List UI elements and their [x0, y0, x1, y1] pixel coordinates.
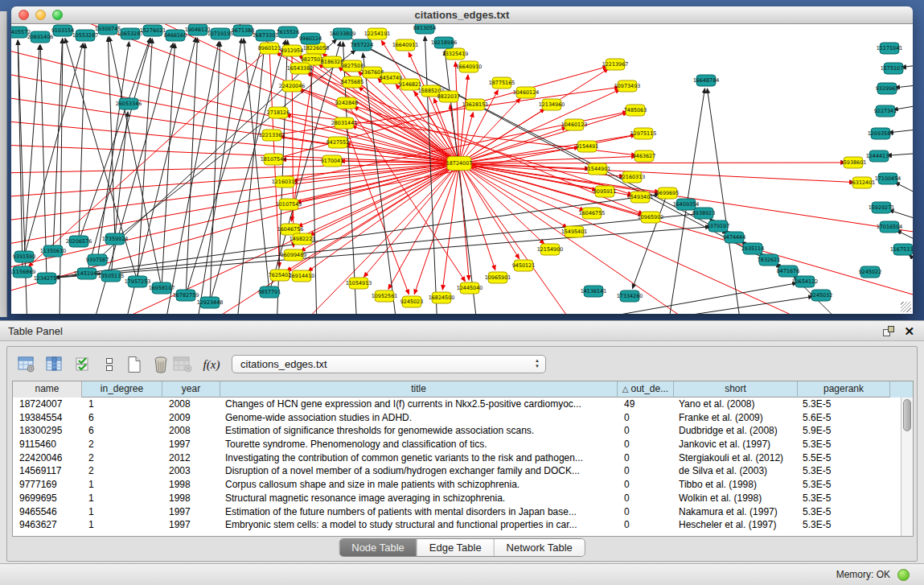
table-cell: 5.3E-5 [798, 492, 890, 505]
graph-node-label: 18724007 [446, 160, 473, 167]
table-row[interactable]: 969969511998Structural magnetic resonanc… [13, 492, 901, 505]
graph-node-label: 9245032 [810, 292, 832, 299]
table-panel-header: Table Panel ✕ [0, 320, 924, 341]
graph-edge [11, 145, 459, 163]
network-canvas[interactable]: 1872400789601238912954182260589827503818… [11, 24, 913, 314]
table-cell: Changes of HCN gene expression and I(f) … [220, 398, 618, 411]
graph-node-label: 16648784 [693, 77, 720, 84]
select-all-rows-button[interactable] [72, 353, 94, 376]
table-row[interactable]: 1872400712008Changes of HCN gene express… [13, 398, 901, 411]
memory-ok-indicator[interactable] [897, 569, 910, 581]
graph-node-label: 10973493 [614, 83, 641, 89]
float-panel-icon[interactable] [882, 325, 895, 338]
delete-trash-button[interactable] [150, 353, 172, 376]
graph-node-label: 8912954 [281, 47, 303, 54]
tab-edge-table[interactable]: Edge Table [417, 539, 495, 556]
column-header-title[interactable]: title [220, 381, 618, 398]
graph-node-label: 12134960 [539, 101, 565, 108]
table-settings-button[interactable] [15, 353, 38, 376]
column-header-in-degree[interactable]: in_degree [82, 381, 162, 398]
column-header-out-degree[interactable]: △out_de... [618, 381, 674, 398]
graph-edge [459, 163, 854, 183]
close-panel-icon[interactable]: ✕ [904, 323, 914, 340]
graph-node-label: 16543382 [287, 65, 314, 72]
table-cell: 6 [82, 424, 162, 438]
table-cell: Hescheler et al. (1997) [674, 518, 798, 532]
combo-arrows-icon: ▲▼ [535, 358, 540, 369]
table-cell: 1998 [162, 492, 220, 505]
graph-node-label: 17016504 [877, 224, 903, 230]
table-row[interactable]: 946554611997Estimation of the future num… [13, 505, 901, 519]
graph-node-label: 16958107 [149, 285, 175, 291]
graph-edge [895, 183, 913, 197]
graph-node-label: 12444131 [866, 153, 893, 159]
graph-node-label: 26053346 [116, 101, 142, 107]
table-row[interactable]: 977716911998Corpus callosum shape and si… [13, 478, 901, 492]
table-cell: 0 [618, 451, 674, 465]
tab-node-table[interactable]: Node Table [339, 539, 417, 556]
graph-node-label: 15929271 [869, 204, 895, 211]
table-cell: 49 [618, 398, 674, 411]
graph-node-label: 8466160 [164, 32, 187, 39]
graph-edge [11, 163, 459, 245]
column-header-short[interactable]: short [674, 381, 798, 398]
table-cell: 5.3E-5 [798, 464, 890, 478]
table-cell: 9463627 [13, 518, 82, 532]
graph-edge [11, 163, 459, 221]
graph-node-label: 8475685 [341, 79, 363, 85]
table-row[interactable]: 1456911722003Disruption of a novel membe… [13, 464, 901, 478]
table-vertical-scrollbar[interactable] [901, 398, 913, 536]
graph-node-label: 9827508 [341, 63, 363, 69]
table-cell: Jankovic et al. (1997) [674, 438, 798, 451]
table-cell: 2012 [162, 451, 220, 465]
graph-node-label: 10654122 [792, 278, 819, 285]
graph-node-label: 22420046 [279, 83, 306, 89]
graph-node-label: 15493401 [627, 194, 654, 200]
graph-edge [301, 163, 459, 251]
table-cell: Estimation of the future numbers of pati… [220, 505, 618, 519]
sort-ascending-icon: △ [622, 385, 629, 393]
graph-node-label: 11156869 [11, 269, 35, 275]
graph-node-label: 11171041 [877, 45, 903, 51]
table-cell: 1998 [162, 478, 220, 492]
graph-edge [459, 135, 635, 163]
table-cell: 2 [82, 438, 162, 451]
table-cell: Genome-wide association studies in ADHD. [220, 411, 618, 425]
table-row[interactable]: 946362711997Embryonic stem cells: a mode… [13, 518, 901, 532]
new-document-button[interactable] [123, 353, 146, 376]
column-header-pagerank[interactable]: pagerank [798, 381, 890, 398]
table-row[interactable]: 2242004622012Investigating the contribut… [13, 451, 901, 465]
table-cell: 2009 [162, 411, 220, 425]
table-row[interactable]: 911546021997Tourette syndrome. Phenomeno… [13, 438, 901, 451]
deselect-rows-button[interactable] [98, 353, 121, 376]
function-builder-button[interactable]: f(x) [200, 353, 223, 376]
column-header-year[interactable]: year [162, 381, 220, 398]
column-header-name[interactable]: name [13, 381, 82, 398]
graph-node-label: 9329965 [876, 85, 898, 92]
table-row[interactable]: 1938455462009Genome-wide association stu… [13, 411, 901, 425]
table-cell: 14569117 [13, 464, 82, 478]
network-table-select[interactable]: citations_edges.txt ▲▼ [232, 355, 546, 373]
table-cell: 18724007 [13, 398, 82, 411]
tab-network-table[interactable]: Network Table [495, 539, 585, 556]
graph-node-label: 12213967 [602, 61, 629, 68]
graph-node-label: 17100454 [875, 175, 901, 182]
table-cell: Disruption of a novel member of a sodium… [220, 464, 618, 478]
table-row[interactable]: 1830029562008Estimation of significance … [13, 424, 901, 438]
table-cell: Investigating the contribution of common… [220, 451, 618, 465]
graph-node-label: 16409354 [673, 201, 700, 208]
resize-grip[interactable] [901, 302, 911, 312]
status-bar: Memory: OK [0, 563, 924, 585]
network-window-titlebar[interactable]: citations_edges.txt [11, 6, 913, 24]
citation-network-graph[interactable]: 1872400789601238912954182260589827503818… [11, 24, 913, 314]
graph-node-label: 11544901 [585, 166, 611, 172]
graph-node-label: 16312401 [849, 179, 876, 186]
table-cell: Stergiakouli et al. (2012) [674, 451, 798, 465]
scrollbar-thumb[interactable] [903, 399, 911, 431]
table-cell: 2 [82, 464, 162, 478]
table-cell: 5.9E-5 [798, 424, 890, 438]
table-cell: 1 [82, 492, 162, 505]
table-cell: Nakamura et al. (1997) [674, 505, 798, 519]
show-column-button[interactable] [43, 353, 66, 376]
graph-edge [363, 163, 459, 277]
